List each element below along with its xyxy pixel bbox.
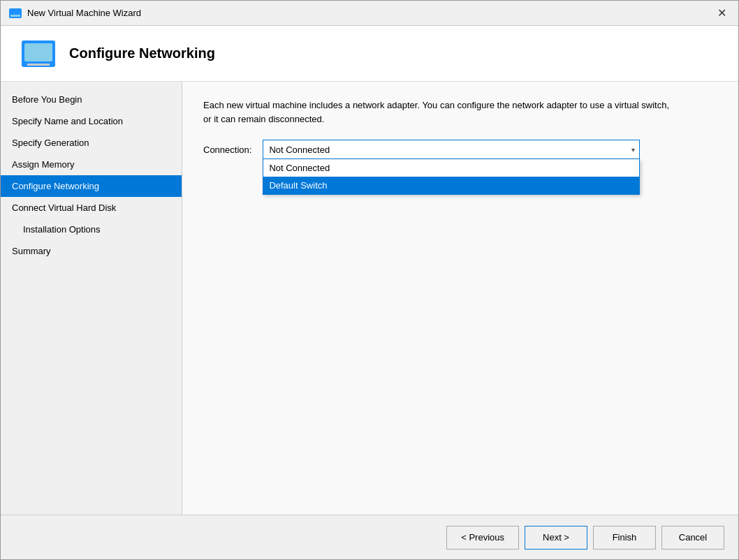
- finish-button[interactable]: Finish: [593, 526, 656, 550]
- sidebar-item-before-you-begin[interactable]: Before You Begin: [1, 89, 182, 110]
- app-icon: [9, 8, 22, 18]
- sidebar-item-summary[interactable]: Summary: [1, 240, 182, 262]
- window-title: New Virtual Machine Wizard: [27, 8, 141, 18]
- wizard-window: New Virtual Machine Wizard ✕ Configure N…: [0, 0, 739, 560]
- title-bar: New Virtual Machine Wizard ✕: [1, 1, 738, 26]
- connection-select[interactable]: Not Connected ▾: [263, 140, 640, 159]
- sidebar-item-configure-networking[interactable]: Configure Networking: [1, 175, 182, 197]
- next-button[interactable]: Next >: [525, 526, 587, 550]
- sidebar-item-assign-memory[interactable]: Assign Memory: [1, 154, 182, 175]
- previous-button[interactable]: < Previous: [446, 526, 519, 550]
- connection-row: Connection: Not Connected ▾ Not Connecte…: [203, 140, 717, 159]
- sidebar-item-specify-name[interactable]: Specify Name and Location: [1, 110, 182, 132]
- sidebar-item-installation-options[interactable]: Installation Options: [1, 219, 182, 240]
- dropdown-arrow-icon: ▾: [631, 146, 635, 154]
- sidebar: Before You BeginSpecify Name and Locatio…: [1, 82, 182, 515]
- title-bar-left: New Virtual Machine Wizard: [9, 8, 141, 18]
- footer: < Previous Next > Finish Cancel: [1, 515, 738, 559]
- sidebar-item-connect-hard-disk[interactable]: Connect Virtual Hard Disk: [1, 197, 182, 219]
- header-section: Configure Networking: [1, 26, 738, 82]
- page-title: Configure Networking: [69, 45, 215, 61]
- connection-label: Connection:: [203, 145, 251, 155]
- configure-networking-icon: [22, 40, 55, 67]
- connection-select-wrapper[interactable]: Not Connected ▾ Not ConnectedDefault Swi…: [263, 140, 640, 159]
- connection-dropdown: Not ConnectedDefault Switch: [263, 159, 640, 195]
- selected-value: Not Connected: [269, 145, 330, 155]
- content-area: Before You BeginSpecify Name and Locatio…: [1, 82, 738, 515]
- sidebar-item-specify-generation[interactable]: Specify Generation: [1, 132, 182, 154]
- main-content: Each new virtual machine includes a netw…: [182, 82, 738, 515]
- description-text: Each new virtual machine includes a netw…: [203, 98, 678, 126]
- dropdown-option-default-switch[interactable]: Default Switch: [263, 177, 639, 194]
- cancel-button[interactable]: Cancel: [661, 526, 724, 550]
- close-button[interactable]: ✕: [713, 5, 730, 22]
- dropdown-option-not-connected[interactable]: Not Connected: [263, 159, 639, 177]
